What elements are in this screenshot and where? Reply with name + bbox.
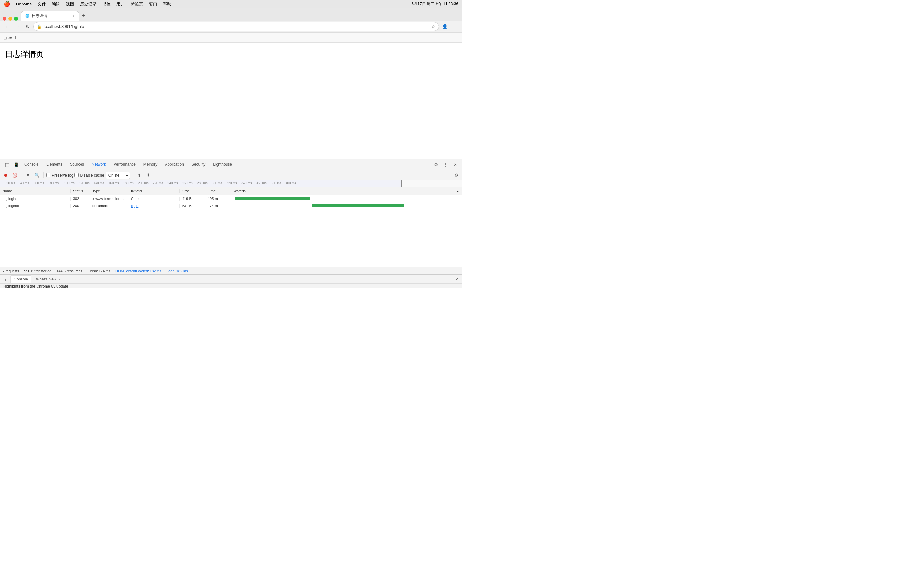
devtools-panel: ⬚ 📱 Console Elements Sources Network Per…	[0, 159, 462, 274]
account-icon[interactable]: 👤	[440, 22, 449, 31]
menu-history[interactable]: 历史记录	[80, 1, 97, 7]
tab-network[interactable]: Network	[88, 160, 110, 169]
menu-edit[interactable]: 编辑	[52, 1, 60, 7]
tab-memory[interactable]: Memory	[140, 160, 161, 169]
waterfall-bar-loginfo	[312, 204, 404, 207]
bottom-console-tab[interactable]: Console	[10, 276, 31, 283]
menu-file[interactable]: 文件	[37, 1, 46, 7]
col-header-status[interactable]: Status	[71, 189, 90, 193]
page-title: 日志详情页	[5, 49, 457, 59]
menubar: 🍎 Chrome 文件 编辑 视图 历史记录 书签 用户 标签页 窗口 帮助 6…	[0, 0, 462, 8]
throttle-select[interactable]: Online Fast 3G Slow 3G Offline	[105, 172, 130, 179]
device-toolbar-icon[interactable]: 📱	[11, 160, 21, 169]
menu-chrome[interactable]: Chrome	[16, 2, 32, 6]
tab-console[interactable]: Console	[21, 160, 42, 169]
timeline-120ms: 120 ms	[79, 181, 89, 185]
resources-size: 144 B resources	[57, 269, 82, 273]
row-loginfo-initiator[interactable]: login	[128, 204, 180, 208]
table-row[interactable]: login 302 x-www-form-urlenco... Other 41…	[0, 195, 462, 202]
row-loginfo-status: 200	[71, 204, 90, 208]
tab-lighthouse[interactable]: Lighthouse	[209, 160, 236, 169]
row-loginfo-type: document	[90, 204, 128, 208]
dom-content-loaded: DOMContentLoaded: 182 ms	[115, 269, 162, 273]
menu-bookmarks[interactable]: 书签	[102, 1, 111, 7]
menu-view[interactable]: 视图	[66, 1, 74, 7]
toolbar-separator-1	[21, 172, 21, 178]
bottom-whatsnew-tab[interactable]: What's New ×	[33, 276, 64, 283]
timeline-180ms: 180 ms	[123, 181, 134, 185]
col-header-name[interactable]: Name	[0, 189, 71, 193]
devtools-close-icon[interactable]: ×	[451, 161, 459, 169]
devtools-more-icon[interactable]: ⋮	[441, 161, 450, 169]
menu-window[interactable]: 窗口	[149, 1, 157, 7]
record-button[interactable]: ⏺	[2, 171, 10, 179]
requests-count: 2 requests	[3, 269, 19, 273]
forward-button[interactable]: →	[13, 22, 22, 31]
bottom-menu-icon[interactable]: ⋮	[2, 276, 9, 283]
initiator-link[interactable]: login	[131, 204, 138, 208]
bottom-content: Highlights from the Chrome 83 update	[0, 284, 462, 288]
tab-application[interactable]: Application	[161, 160, 188, 169]
back-button[interactable]: ←	[3, 22, 11, 31]
bottom-content-text: Highlights from the Chrome 83 update	[3, 284, 68, 288]
col-header-type[interactable]: Type	[90, 189, 128, 193]
menu-user[interactable]: 用户	[116, 1, 125, 7]
search-button[interactable]: 🔍	[33, 171, 41, 179]
filter-button[interactable]: ▼	[24, 171, 32, 179]
address-bar[interactable]: 🔒 localhost:8091/logInfo ☆	[33, 22, 439, 31]
network-table: Name Status Type Initiator Size Time Wat…	[0, 187, 462, 267]
tab-close-button[interactable]: ×	[72, 14, 75, 18]
row-checkbox[interactable]	[3, 203, 7, 208]
menu-tabs[interactable]: 标签页	[131, 1, 143, 7]
browser-chrome: 🌐 日志详情 × + ← → ↻ 🔒 localhost:8091/logInf…	[0, 8, 462, 33]
timeline-200ms: 200 ms	[138, 181, 149, 185]
menu-help[interactable]: 帮助	[163, 1, 171, 7]
col-header-initiator[interactable]: Initiator	[128, 189, 180, 193]
apps-bookmark[interactable]: ⊞ 应用	[3, 35, 16, 40]
tab-sources[interactable]: Sources	[66, 160, 88, 169]
timeline-240ms: 240 ms	[168, 181, 178, 185]
clear-button[interactable]: 🚫	[11, 171, 19, 179]
row-login-name: login	[0, 197, 71, 201]
col-header-waterfall[interactable]: Waterfall ▲	[231, 189, 462, 193]
preserve-log-checkbox[interactable]: Preserve log	[46, 173, 73, 177]
devtools-settings-icon[interactable]: ⚙	[432, 161, 440, 169]
browser-tab[interactable]: 🌐 日志详情 ×	[21, 11, 79, 21]
timeline-320ms: 320 ms	[226, 181, 237, 185]
waterfall-bar-login	[236, 197, 309, 200]
tab-performance[interactable]: Performance	[110, 160, 140, 169]
minimize-button[interactable]	[8, 17, 12, 21]
maximize-button[interactable]	[14, 17, 18, 21]
bookmarks-bar: ⊞ 应用	[0, 33, 462, 43]
row-checkbox[interactable]	[3, 197, 7, 201]
row-loginfo-time: 174 ms	[205, 204, 231, 208]
new-tab-button[interactable]: +	[79, 11, 88, 20]
whats-new-close-icon[interactable]: ×	[59, 277, 61, 281]
import-button[interactable]: ⬆	[136, 171, 143, 179]
nav-bar: ← → ↻ 🔒 localhost:8091/logInfo ☆ 👤 ⋮	[0, 21, 462, 33]
tab-elements[interactable]: Elements	[42, 160, 66, 169]
apple-menu[interactable]: 🍎	[4, 1, 10, 7]
table-row[interactable]: logInfo 200 document login 531 B 174 ms	[0, 202, 462, 210]
refresh-button[interactable]: ↻	[23, 22, 32, 31]
bottom-panel-close-icon[interactable]: ×	[453, 276, 460, 283]
close-button[interactable]	[3, 17, 6, 21]
timeline-140ms: 140 ms	[94, 181, 104, 185]
toolbar-right: ⚙	[452, 171, 460, 179]
export-button[interactable]: ⬇	[144, 171, 152, 179]
nav-right-icons: 👤 ⋮	[440, 22, 459, 31]
timeline-260ms: 260 ms	[182, 181, 193, 185]
network-settings-icon[interactable]: ⚙	[452, 171, 460, 179]
bookmark-star-icon[interactable]: ☆	[431, 24, 435, 29]
col-header-time[interactable]: Time	[205, 189, 231, 193]
timeline-100ms: 100 ms	[64, 181, 75, 185]
disable-cache-checkbox[interactable]: Disable cache	[74, 173, 104, 177]
timeline-220ms: 220 ms	[153, 181, 163, 185]
load-time: Load: 182 ms	[166, 269, 188, 273]
menu-dots-icon[interactable]: ⋮	[451, 22, 459, 31]
timeline-280ms: 280 ms	[197, 181, 208, 185]
inspect-element-icon[interactable]: ⬚	[3, 160, 11, 169]
tab-security[interactable]: Security	[188, 160, 209, 169]
col-header-size[interactable]: Size	[180, 189, 205, 193]
row-login-type: x-www-form-urlenco...	[90, 197, 128, 201]
